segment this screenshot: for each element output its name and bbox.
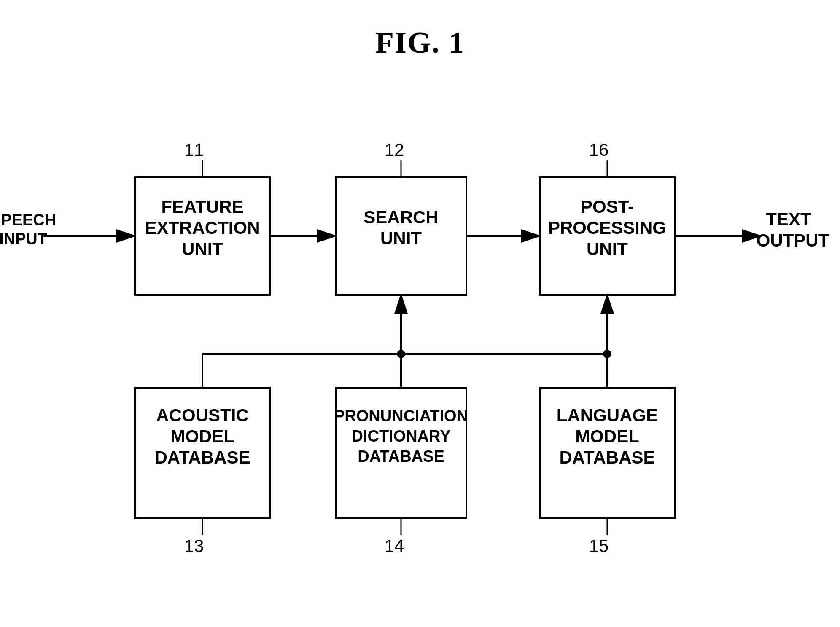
svg-text:DATABASE: DATABASE (154, 447, 250, 467)
svg-text:OUTPUT: OUTPUT (757, 230, 829, 250)
svg-text:UNIT: UNIT (182, 239, 223, 259)
svg-text:DATABASE: DATABASE (358, 447, 444, 465)
svg-text:UNIT: UNIT (380, 228, 422, 248)
svg-point-36 (603, 350, 611, 358)
svg-text:DATABASE: DATABASE (559, 447, 655, 467)
svg-text:INPUT: INPUT (0, 230, 47, 248)
svg-text:UNIT: UNIT (587, 239, 628, 259)
svg-text:PRONUNCIATION: PRONUNCIATION (334, 407, 468, 425)
svg-text:EXTRACTION: EXTRACTION (145, 218, 260, 238)
svg-point-35 (397, 350, 405, 358)
text-output-label: TEXT (766, 209, 811, 229)
svg-text:LANGUAGE: LANGUAGE (557, 405, 658, 425)
svg-text:PROCESSING: PROCESSING (548, 218, 666, 238)
label-16: 16 (589, 140, 609, 160)
svg-text:DICTIONARY: DICTIONARY (351, 427, 450, 445)
label-13: 13 (184, 536, 204, 556)
diagram: FEATURE EXTRACTION UNIT 11 SEARCH UNIT 1… (0, 67, 840, 607)
svg-text:MODEL: MODEL (575, 426, 639, 446)
svg-text:ACOUSTIC: ACOUSTIC (156, 405, 248, 425)
page: FIG. 1 FEATURE EXTRACTION UNIT 11 SEARCH… (0, 0, 840, 627)
label-15: 15 (589, 536, 609, 556)
svg-text:FEATURE: FEATURE (161, 197, 243, 217)
speech-input-label: SPEECH (0, 211, 56, 229)
label-12: 12 (385, 140, 404, 160)
label-11: 11 (184, 140, 204, 160)
label-14: 14 (385, 536, 404, 556)
svg-text:MODEL: MODEL (170, 426, 234, 446)
figure-title: FIG. 1 (0, 0, 840, 60)
svg-text:SEARCH: SEARCH (363, 207, 438, 227)
svg-text:POST-: POST- (581, 197, 634, 217)
